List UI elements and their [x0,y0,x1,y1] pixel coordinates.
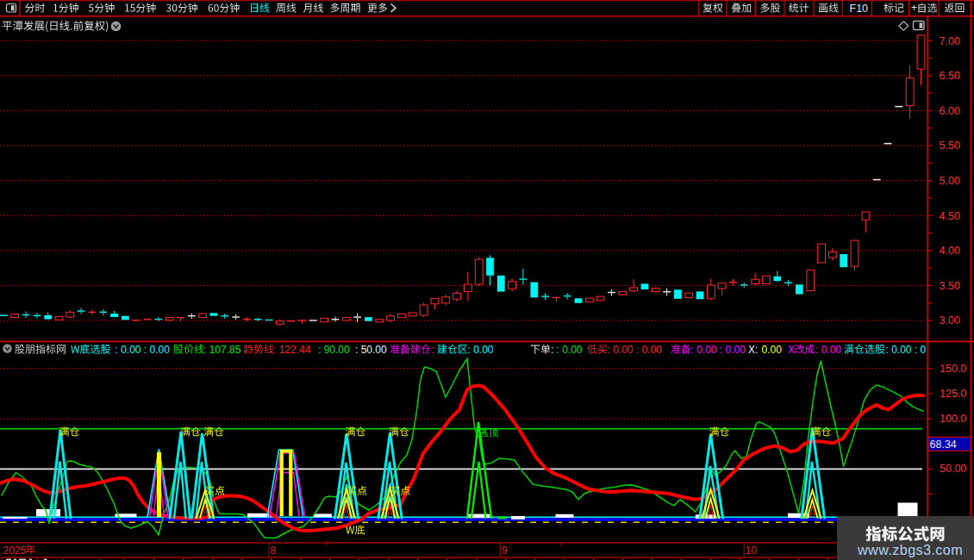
svg-text:150.0: 150.0 [940,363,966,375]
svg-text:: 0.00: : 0.00 [557,344,583,356]
svg-text:: 0.00 : 0.00: : 0.00 : 0.00 [691,344,746,356]
svg-text:: 0.00 : 0.00: : 0.00 : 0.00 [116,344,171,356]
svg-text:www.zbgs3.com: www.zbgs3.com [857,542,963,557]
svg-text:6.00: 6.00 [940,105,960,117]
svg-text:10: 10 [746,544,758,557]
svg-text:9: 9 [502,544,508,557]
svg-text:2025: 2025 [3,544,27,557]
svg-text:: 0.00: : 0.00 [815,344,841,356]
svg-text:4.00: 4.00 [940,245,960,257]
svg-text:4.50: 4.50 [940,210,960,222]
svg-text:125.0: 125.0 [940,388,966,400]
svg-text:: 0.00 : 0: : 0.00 : 0 [886,344,927,356]
svg-text:3.00: 3.00 [940,314,960,327]
svg-text:3.50: 3.50 [940,280,960,292]
svg-text:: 0.00 : 0.00: : 0.00 : 0.00 [608,344,663,356]
svg-text::: : [432,344,434,356]
svg-text:68.34: 68.34 [930,439,957,451]
svg-text:5.00: 5.00 [940,175,960,187]
svg-text:0.00: 0.00 [762,344,783,356]
svg-text:8: 8 [271,544,277,557]
svg-text:: 0.00: : 0.00 [468,344,494,356]
svg-text:100.0: 100.0 [940,413,966,425]
svg-text:+: + [911,2,917,14]
svg-text:F10: F10 [850,3,869,15]
svg-text:50.00: 50.00 [940,463,966,475]
svg-text:X: X [788,344,795,356]
svg-text:6.50: 6.50 [940,70,960,82]
svg-text:: 50.00: : 50.00 [355,344,387,356]
svg-text:: 90.00: : 90.00 [318,344,350,356]
svg-text:7.00: 7.00 [940,35,960,47]
svg-text::: : [551,344,553,356]
svg-text:5.50: 5.50 [940,140,960,152]
svg-text:: 107.85: : 107.85 [203,344,241,356]
svg-text:: 122.44: : 122.44 [273,344,311,356]
svg-text:X:: X: [748,344,758,356]
